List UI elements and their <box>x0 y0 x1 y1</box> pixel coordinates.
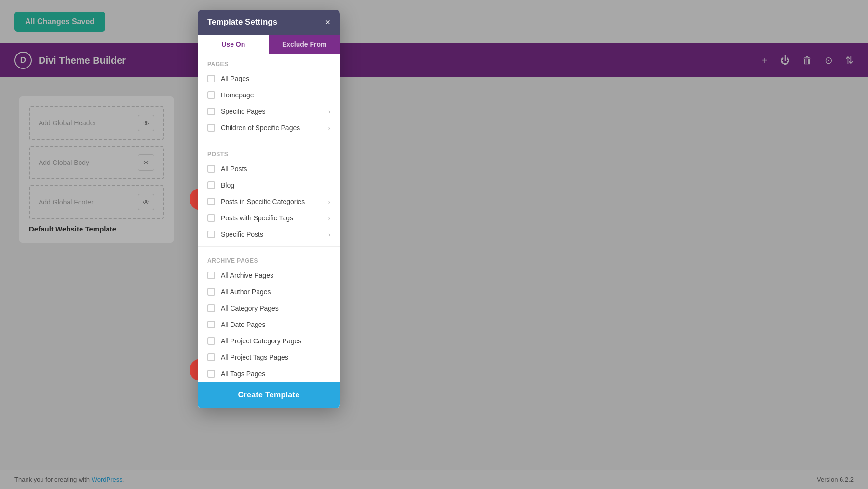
option-all-pages[interactable]: All Pages <box>198 70 340 87</box>
divider-2 <box>198 246 340 247</box>
archive-section-label: Archive Pages <box>198 251 340 267</box>
checkbox-all-date-pages[interactable] <box>207 321 215 328</box>
checkbox-homepage[interactable] <box>207 91 215 99</box>
checkbox-all-project-category-pages[interactable] <box>207 337 215 345</box>
arrow-children-specific-pages: › <box>328 124 330 132</box>
checkbox-specific-pages[interactable] <box>207 108 215 115</box>
option-specific-posts[interactable]: Specific Posts › <box>198 226 340 243</box>
option-children-specific-pages[interactable]: Children of Specific Pages › <box>198 120 340 136</box>
label-all-project-category-pages: All Project Category Pages <box>221 337 330 345</box>
label-specific-posts: Specific Posts <box>221 231 323 238</box>
option-all-category-pages[interactable]: All Category Pages <box>198 300 340 316</box>
option-all-project-tags-pages[interactable]: All Project Tags Pages <box>198 349 340 366</box>
template-settings-modal: Template Settings × Use On Exclude From … <box>198 10 340 408</box>
arrow-specific-pages: › <box>328 108 330 115</box>
label-all-category-pages: All Category Pages <box>221 304 330 312</box>
label-all-posts: All Posts <box>221 165 330 173</box>
checkbox-all-category-pages[interactable] <box>207 304 215 312</box>
option-posts-specific-categories[interactable]: Posts in Specific Categories › <box>198 193 340 210</box>
tab-use-on[interactable]: Use On <box>198 35 269 54</box>
pages-section-label: Pages <box>198 54 340 70</box>
checkbox-specific-posts[interactable] <box>207 231 215 238</box>
tab-exclude-from[interactable]: Exclude From <box>269 35 340 54</box>
option-all-tags-pages[interactable]: All Tags Pages <box>198 366 340 382</box>
option-homepage[interactable]: Homepage <box>198 87 340 103</box>
modal-header: Template Settings × <box>198 10 340 35</box>
checkbox-all-archive-pages[interactable] <box>207 272 215 279</box>
create-template-button[interactable]: Create Template <box>198 382 340 408</box>
label-blog: Blog <box>221 181 330 189</box>
label-all-author-pages: All Author Pages <box>221 288 330 296</box>
modal-title: Template Settings <box>207 17 277 27</box>
posts-section-label: Posts <box>198 144 340 161</box>
label-specific-pages: Specific Pages <box>221 108 323 115</box>
checkbox-posts-specific-tags[interactable] <box>207 214 215 222</box>
arrow-specific-posts: › <box>328 231 330 238</box>
label-all-project-tags-pages: All Project Tags Pages <box>221 353 330 361</box>
label-posts-specific-tags: Posts with Specific Tags <box>221 214 323 222</box>
label-all-tags-pages: All Tags Pages <box>221 370 330 378</box>
label-homepage: Homepage <box>221 91 330 99</box>
option-blog[interactable]: Blog <box>198 177 340 193</box>
checkbox-all-posts[interactable] <box>207 165 215 173</box>
arrow-posts-specific-categories: › <box>328 198 330 205</box>
checkbox-children-specific-pages[interactable] <box>207 124 215 132</box>
modal-content[interactable]: Pages All Pages Homepage Specific Pages … <box>198 54 340 382</box>
label-all-pages: All Pages <box>221 75 330 82</box>
checkbox-all-tags-pages[interactable] <box>207 370 215 378</box>
checkbox-posts-specific-categories[interactable] <box>207 198 215 205</box>
checkbox-blog[interactable] <box>207 181 215 189</box>
checkbox-all-author-pages[interactable] <box>207 288 215 296</box>
option-all-project-category-pages[interactable]: All Project Category Pages <box>198 333 340 349</box>
arrow-posts-specific-tags: › <box>328 215 330 222</box>
option-all-archive-pages[interactable]: All Archive Pages <box>198 267 340 284</box>
label-all-archive-pages: All Archive Pages <box>221 272 330 279</box>
modal-backdrop <box>0 0 868 489</box>
checkbox-all-pages[interactable] <box>207 75 215 82</box>
option-all-posts[interactable]: All Posts <box>198 161 340 177</box>
modal-close-button[interactable]: × <box>325 18 330 27</box>
option-posts-specific-tags[interactable]: Posts with Specific Tags › <box>198 210 340 226</box>
label-all-date-pages: All Date Pages <box>221 321 330 328</box>
option-specific-pages[interactable]: Specific Pages › <box>198 103 340 120</box>
modal-tabs: Use On Exclude From <box>198 35 340 54</box>
option-all-date-pages[interactable]: All Date Pages <box>198 316 340 333</box>
divider-1 <box>198 140 340 140</box>
option-all-author-pages[interactable]: All Author Pages <box>198 284 340 300</box>
label-posts-specific-categories: Posts in Specific Categories <box>221 198 323 205</box>
label-children-specific-pages: Children of Specific Pages <box>221 124 323 132</box>
checkbox-all-project-tags-pages[interactable] <box>207 353 215 361</box>
